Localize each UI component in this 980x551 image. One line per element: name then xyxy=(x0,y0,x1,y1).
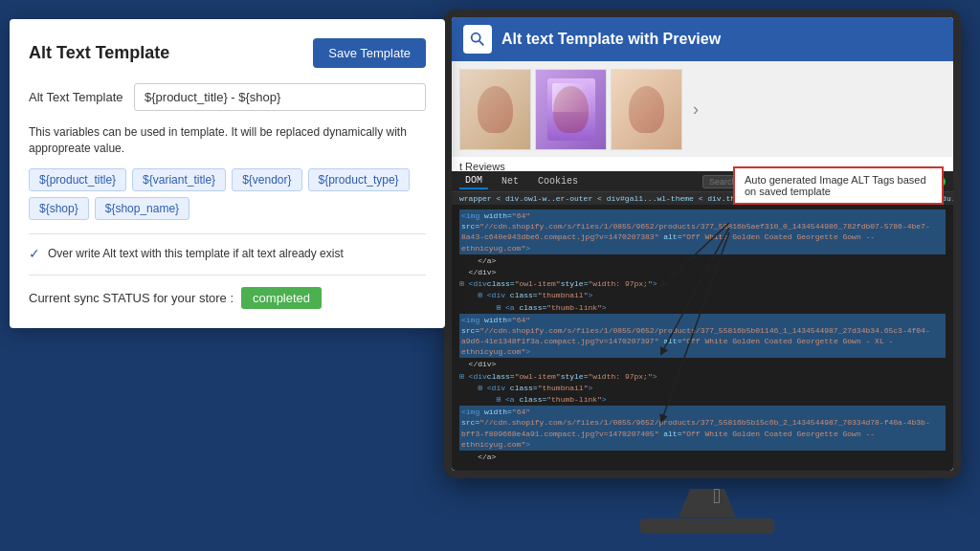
code-highlight-2: <img width="64" src="//cdn.shopify.com/s… xyxy=(459,314,946,359)
product-img-1 xyxy=(459,69,531,150)
screen-main: › t Reviews Auto generated Image ALT Tag… xyxy=(452,61,953,471)
code-highlight-3: <img width="64" src="//cdn.shopify.com/s… xyxy=(459,406,946,451)
product-img-2 xyxy=(535,69,607,150)
monitor-area: Alt text Template with Preview › xyxy=(425,0,980,551)
checkmark-icon: ✓ xyxy=(29,246,40,261)
chevron-right-icon[interactable]: › xyxy=(686,69,705,150)
screen-content: › t Reviews Auto generated Image ALT Tag… xyxy=(452,61,953,471)
variable-tag-vendor[interactable]: ${vendor} xyxy=(232,168,301,191)
svg-point-0 xyxy=(472,33,480,42)
product-img-3 xyxy=(611,69,682,150)
devtools-tab-net[interactable]: Net xyxy=(496,174,524,188)
code-area: <img width="64" src="//cdn.shopify.com/s… xyxy=(452,205,953,467)
screen-header: Alt text Template with Preview xyxy=(452,17,953,61)
variable-tag-variant-title[interactable]: ${variant_title} xyxy=(132,168,226,191)
main-panel: Alt Text Template Save Template Alt Text… xyxy=(10,19,445,328)
devtools-tab-cookies[interactable]: Cookies xyxy=(532,174,584,188)
code-line-3: </div> xyxy=(459,267,946,277)
code-line-11: </a> xyxy=(459,452,946,462)
status-row: Current sync STATUS for your store : com… xyxy=(29,287,426,309)
description-text: This variables can be used in template. … xyxy=(29,124,426,157)
svg-line-1 xyxy=(479,41,484,46)
auto-gen-label: Auto generated Image ALT Tags based on s… xyxy=(745,174,926,197)
auto-gen-box: Auto generated Image ALT Tags based on s… xyxy=(733,166,944,205)
code-line-9: ⊞ <div class="thumbnail"> xyxy=(459,383,946,393)
code-line-10: ⊞ <a class="thumb-link"> xyxy=(459,394,946,405)
code-line-2: </a> xyxy=(459,255,946,266)
checkbox-row: ✓ Over write Alt text with this template… xyxy=(29,246,426,261)
save-template-button[interactable]: Save Template xyxy=(313,38,426,68)
variable-tag-shop-name[interactable]: ${shop_name} xyxy=(95,197,189,220)
divider xyxy=(29,233,426,234)
template-field-row: Alt Text Template xyxy=(29,83,426,111)
variable-tag-shop[interactable]: ${shop} xyxy=(29,197,89,220)
monitor-base xyxy=(640,518,774,534)
variable-tag-product-title[interactable]: ${product_title} xyxy=(29,168,126,191)
app-icon xyxy=(463,25,492,54)
checkbox-label: Over write Alt text with this template i… xyxy=(48,247,344,260)
variable-tag-product-type[interactable]: ${product_type} xyxy=(308,168,410,191)
panel-header: Alt Text Template Save Template xyxy=(29,38,426,68)
code-line-4: ⊞ <div class="owl-item" style="width: 97… xyxy=(459,278,946,289)
code-line-8: ⊞ <div class="owl-item" style="width: 97… xyxy=(459,371,946,382)
status-label: Current sync STATUS for your store : xyxy=(29,291,234,305)
screen-header-title: Alt text Template with Preview xyxy=(501,31,721,48)
code-line-5: ⊞ <div class="thumbnail"> xyxy=(459,290,946,300)
divider-2 xyxy=(29,275,426,276)
monitor-screen: Alt text Template with Preview › xyxy=(452,17,953,471)
code-highlight-1: <img width="64" src="//cdn.shopify.com/s… xyxy=(459,209,946,254)
devtools-panel: DOM Net Cookies ∧ ∨ xyxy=(452,171,953,471)
devtools-tab-dom[interactable]: DOM xyxy=(459,173,488,189)
monitor-bezel: Alt text Template with Preview › xyxy=(444,10,961,478)
status-badge: completed xyxy=(241,287,322,309)
template-field-label: Alt Text Template xyxy=(29,90,124,104)
template-input[interactable] xyxy=(134,83,426,111)
apple-logo-icon:  xyxy=(702,482,731,511)
code-line-7: </div> xyxy=(459,359,946,369)
variables-grid: ${product_title} ${variant_title} ${vend… xyxy=(29,168,426,220)
code-line-6: ⊞ <a class="thumb-link"> xyxy=(459,302,946,313)
panel-title: Alt Text Template xyxy=(29,43,169,63)
product-images: › xyxy=(452,61,953,157)
